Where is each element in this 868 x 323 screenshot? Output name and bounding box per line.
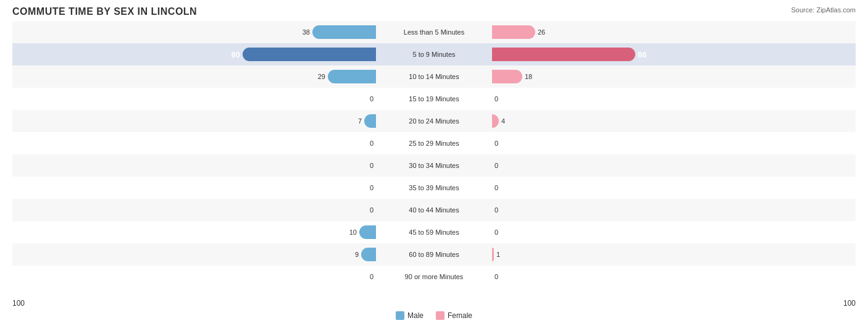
right-section: 1 xyxy=(490,248,856,261)
female-value: 1 xyxy=(496,251,510,258)
left-section: 7 xyxy=(12,114,378,128)
female-bar-group: 0 xyxy=(492,181,508,195)
male-bar-group: 7 xyxy=(348,114,376,128)
right-section: 0 xyxy=(490,270,856,283)
left-section: 9 xyxy=(12,248,378,261)
female-bar-group: 0 xyxy=(492,136,508,150)
male-bar xyxy=(359,225,376,239)
right-section: 4 xyxy=(490,114,856,128)
row-label: Less than 5 Minutes xyxy=(378,28,490,36)
male-value: 7 xyxy=(348,117,362,125)
female-value: 0 xyxy=(495,206,508,214)
female-bar-group: 18 xyxy=(492,70,538,83)
female-bar-group: 26 xyxy=(492,25,551,39)
female-bar-group: 0 xyxy=(492,225,508,239)
row-label: 5 to 9 Minutes xyxy=(378,51,490,58)
table-row: 0 35 to 39 Minutes 0 xyxy=(12,177,856,199)
bottom-area: 100 100 Male Female xyxy=(12,299,856,320)
table-row: 29 10 to 14 Minutes 18 xyxy=(12,65,856,88)
male-bar-group: 0 xyxy=(360,270,376,283)
left-section: 0 xyxy=(12,181,378,195)
male-bar xyxy=(361,248,376,261)
row-label: 35 to 39 Minutes xyxy=(378,184,490,191)
female-bar xyxy=(492,114,499,128)
male-bar-group: 38 xyxy=(296,25,376,39)
right-section: 0 xyxy=(490,159,856,172)
female-bar-group: 4 xyxy=(492,114,515,128)
right-section: 0 xyxy=(490,92,856,106)
male-bar xyxy=(364,114,376,128)
row-label: 20 to 24 Minutes xyxy=(378,117,490,125)
female-bar-group: 0 xyxy=(492,270,508,283)
female-bar-group: 1 xyxy=(492,248,510,261)
left-section: 10 xyxy=(12,225,378,239)
legend-male: Male xyxy=(396,311,424,320)
male-bar xyxy=(243,48,376,61)
chart-title: COMMUTE TIME BY SEX IN LINCOLN xyxy=(12,6,856,17)
axis-labels: 100 100 xyxy=(12,299,856,308)
row-label: 25 to 29 Minutes xyxy=(378,140,490,147)
male-bar-group: 9 xyxy=(345,248,376,261)
legend-male-box xyxy=(396,311,404,320)
right-section: 0 xyxy=(490,203,856,217)
legend-female-label: Female xyxy=(448,311,472,320)
row-label: 45 to 59 Minutes xyxy=(378,229,490,236)
axis-left-label: 100 xyxy=(12,299,25,308)
male-value: 38 xyxy=(296,28,310,36)
female-value: 0 xyxy=(495,162,508,169)
male-bar-group: 10 xyxy=(343,225,376,239)
male-value: 10 xyxy=(343,229,357,236)
row-label: 15 to 19 Minutes xyxy=(378,95,490,103)
female-value: 26 xyxy=(538,28,551,36)
chart-rows-area: 38 Less than 5 Minutes 26 80 5 to 9 Minu… xyxy=(12,21,856,288)
female-value: 0 xyxy=(495,95,508,103)
table-row: 0 90 or more Minutes 0 xyxy=(12,266,856,288)
male-value: 0 xyxy=(360,184,373,191)
row-label: 90 or more Minutes xyxy=(378,273,490,280)
female-value: 4 xyxy=(501,117,515,125)
right-section: 26 xyxy=(490,25,856,39)
right-section: 18 xyxy=(490,70,856,83)
male-bar-group: 0 xyxy=(360,203,376,217)
female-bar-group: 0 xyxy=(492,203,508,217)
row-label: 60 to 89 Minutes xyxy=(378,251,490,258)
female-value: 0 xyxy=(495,184,508,191)
female-bar xyxy=(492,70,522,83)
table-row: 0 25 to 29 Minutes 0 xyxy=(12,132,856,154)
female-value: 86 xyxy=(638,50,651,59)
male-value: 29 xyxy=(312,73,325,80)
female-value: 0 xyxy=(495,140,508,147)
male-bar-group: 0 xyxy=(360,136,376,150)
table-row: 10 45 to 59 Minutes 0 xyxy=(12,221,856,243)
legend-male-label: Male xyxy=(407,311,424,320)
female-bar-group: 0 xyxy=(492,92,508,106)
female-value: 18 xyxy=(525,73,538,80)
female-bar xyxy=(492,25,535,39)
male-value: 80 xyxy=(227,50,240,59)
male-bar-group: 80 xyxy=(227,48,376,61)
row-label: 10 to 14 Minutes xyxy=(378,73,490,80)
row-label: 40 to 44 Minutes xyxy=(378,206,490,214)
axis-right-label: 100 xyxy=(843,299,856,308)
source-label: Source: ZipAtlas.com xyxy=(791,6,856,14)
female-value: 0 xyxy=(495,229,508,236)
left-section: 0 xyxy=(12,270,378,283)
left-section: 80 xyxy=(12,48,378,61)
male-bar xyxy=(328,70,376,83)
table-row: 0 15 to 19 Minutes 0 xyxy=(12,88,856,110)
row-label: 30 to 34 Minutes xyxy=(378,162,490,169)
male-value: 9 xyxy=(345,251,359,258)
male-bar-group: 0 xyxy=(360,181,376,195)
male-value: 0 xyxy=(360,273,373,280)
left-section: 0 xyxy=(12,136,378,150)
right-section: 0 xyxy=(490,181,856,195)
male-value: 0 xyxy=(360,95,373,103)
left-section: 0 xyxy=(12,203,378,217)
left-section: 0 xyxy=(12,92,378,106)
table-row: 9 60 to 89 Minutes 1 xyxy=(12,243,856,266)
male-bar xyxy=(312,25,376,39)
chart-container: COMMUTE TIME BY SEX IN LINCOLN Source: Z… xyxy=(0,0,868,323)
right-section: 0 xyxy=(490,225,856,239)
left-section: 38 xyxy=(12,25,378,39)
right-section: 0 xyxy=(490,136,856,150)
